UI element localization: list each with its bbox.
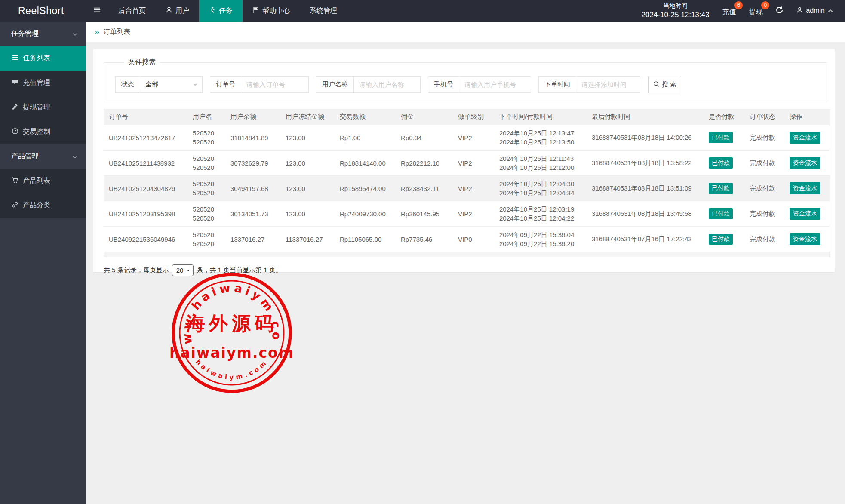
chevron-down-icon — [73, 30, 77, 38]
cell-action: 资金流水 — [784, 157, 830, 169]
sidebar-item-withdraw-mgmt[interactable]: 提现管理 — [0, 95, 86, 120]
cell-level: VIP2 — [453, 160, 494, 167]
horizontal-scrollbar[interactable] — [104, 252, 830, 257]
gavel-icon — [12, 103, 18, 112]
cell-frozen: 123.00 — [280, 210, 335, 218]
cell-username: 520520 520520 — [187, 129, 225, 147]
sidebar-item-product-category[interactable]: 产品分类 — [0, 193, 86, 218]
cell-frozen: 123.00 — [280, 185, 335, 192]
local-time-value: 2024-10-25 12:13:43 — [642, 10, 710, 21]
cell-order-no: UB2410251211438932 — [104, 160, 187, 167]
cell-action: 资金流水 — [784, 208, 830, 220]
cell-status: 完成付款 — [744, 210, 784, 218]
admin-menu[interactable]: admin — [796, 7, 833, 15]
sidebar-item-product-list[interactable]: 产品列表 — [0, 169, 86, 193]
nav-item-tasks[interactable]: 任务 — [199, 0, 243, 22]
search-button[interactable]: 搜 索 — [648, 76, 681, 93]
cell-order-pay-time: 2024年10月25日 12:03:19 2024年10月25日 12:04:2… — [494, 205, 587, 223]
cell-amount: Rp1105065.00 — [335, 236, 396, 243]
withdraw-badge: 0 — [761, 1, 769, 9]
cell-action: 资金流水 — [784, 233, 830, 245]
local-time: 当地时间 2024-10-25 12:13:43 — [642, 1, 710, 21]
nav-item-help[interactable]: 帮助中心 — [243, 0, 300, 22]
fund-flow-button[interactable]: 资金流水 — [790, 132, 820, 144]
cell-level: VIP2 — [453, 210, 494, 218]
recharge-button[interactable]: 充值 6 — [722, 5, 736, 17]
search-icon — [653, 81, 660, 89]
cell-commission: Rp7735.46 — [396, 236, 453, 243]
app-logo: ReelShort — [0, 0, 86, 22]
admin-icon — [796, 7, 803, 15]
username-input[interactable] — [353, 76, 421, 93]
link-icon — [12, 201, 18, 210]
cell-last-pay-time: 31688740531年07月16日 17:22:43 — [587, 235, 704, 243]
cell-commission: Rp360145.95 — [396, 210, 453, 218]
flag-icon — [252, 6, 259, 15]
cell-balance: 30134051.73 — [225, 210, 280, 218]
cell-frozen: 123.00 — [280, 160, 335, 167]
username-label: 用户名称 — [316, 76, 353, 93]
cell-username: 520520 520520 — [187, 205, 225, 223]
top-navbar: ReelShort 后台首页 用户 任务 帮助中心 — [0, 0, 845, 22]
page-size-select[interactable]: 20 — [172, 264, 194, 276]
cell-status: 完成付款 — [744, 159, 784, 167]
sidebar-item-recharge-mgmt[interactable]: 充值管理 — [0, 71, 86, 95]
cell-order-pay-time: 2024年10月25日 12:11:43 2024年10月25日 12:12:0… — [494, 154, 587, 172]
stamp-inner-ring — [180, 281, 284, 385]
sidebar-item-task-list[interactable]: 任务列表 — [0, 46, 86, 71]
status-select[interactable]: 全部 — [140, 76, 203, 93]
fund-flow-button[interactable]: 资金流水 — [790, 157, 820, 169]
cell-order-no: UB2409221536049946 — [104, 236, 187, 243]
nav-item-home[interactable]: 后台首页 — [108, 0, 156, 22]
order-time-label: 下单时间 — [538, 76, 576, 93]
nav-item-system[interactable]: 系统管理 — [300, 0, 347, 22]
order-time-input[interactable] — [576, 76, 640, 93]
cell-order-pay-time: 2024年10月25日 12:04:30 2024年10月25日 12:04:3… — [494, 179, 587, 197]
fund-flow-button[interactable]: 资金流水 — [790, 208, 820, 220]
sidebar-group-task[interactable]: 任务管理 — [0, 22, 86, 46]
gauge-icon — [12, 128, 18, 136]
sidebar-group-product[interactable]: 产品管理 — [0, 144, 86, 169]
refresh-button[interactable] — [775, 6, 784, 16]
status-filter-group: 状态 全部 — [115, 76, 203, 93]
cell-amount: Rp24009730.00 — [335, 210, 396, 218]
stamp-domain-text: haiwaiym.com — [169, 344, 294, 361]
cell-amount: Rp18814140.00 — [335, 160, 396, 167]
stamp-outer-ring — [173, 274, 290, 391]
nav-item-users[interactable]: 用户 — [156, 0, 199, 22]
cell-order-no: UB2410251203195398 — [104, 210, 187, 218]
sidebar-item-trade-control[interactable]: 交易控制 — [0, 120, 86, 144]
cell-balance: 31014841.89 — [225, 134, 280, 141]
fund-flow-button[interactable]: 资金流水 — [790, 182, 820, 194]
cell-level: VIP2 — [453, 134, 494, 141]
cell-commission: Rp0.04 — [396, 134, 453, 141]
navbar-right: 当地时间 2024-10-25 12:13:43 充值 6 提现 0 admin — [642, 0, 845, 22]
chevron-up-icon — [828, 7, 833, 15]
fund-flow-button[interactable]: 资金流水 — [790, 233, 820, 245]
recharge-badge: 6 — [734, 1, 743, 9]
cell-order-no: UB2410251204304829 — [104, 185, 187, 192]
phone-label: 手机号 — [428, 76, 459, 93]
cell-status: 完成付款 — [744, 134, 784, 142]
message-icon — [12, 79, 18, 87]
cell-status: 完成付款 — [744, 235, 784, 243]
phone-input[interactable] — [459, 76, 531, 93]
paid-badge: 已付款 — [709, 208, 733, 219]
cell-paid: 已付款 — [704, 132, 744, 143]
user-icon — [166, 6, 172, 15]
search-row: 状态 全部 订单号 用户名称 手机号 下单时间 — [115, 76, 827, 93]
hamburger-button[interactable] — [86, 0, 108, 22]
paid-badge: 已付款 — [709, 132, 733, 143]
withdraw-button[interactable]: 提现 0 — [749, 5, 762, 17]
table-body: UB2410251213472617 520520 520520 3101484… — [104, 125, 830, 252]
order-no-input[interactable] — [241, 76, 309, 93]
table-header-row: 订单号 用户名 用户余额 用户冻结金额 交易数额 佣金 做单级别 下单时间/付款… — [104, 109, 830, 125]
cell-last-pay-time: 31688740531年08月18日 13:49:58 — [587, 210, 704, 218]
order-no-label: 订单号 — [210, 76, 241, 93]
vertical-scrollbar[interactable] — [830, 109, 830, 257]
pagination-text-after: 条，共 1 页当前显示第 1 页。 — [197, 266, 282, 274]
breadcrumb-arrow: » — [95, 27, 99, 37]
cell-balance: 30732629.79 — [225, 160, 280, 167]
cell-order-pay-time: 2024年09月22日 15:36:04 2024年09月22日 15:36:2… — [494, 230, 587, 248]
cell-last-pay-time: 31688740531年08月18日 14:00:26 — [587, 134, 704, 142]
